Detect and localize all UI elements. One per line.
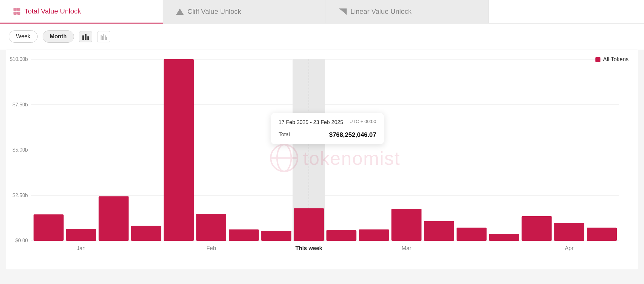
svg-rect-3 — [17, 12, 20, 15]
svg-text:This week: This week — [296, 245, 323, 251]
svg-text:Mar: Mar — [402, 245, 411, 251]
svg-rect-46 — [587, 228, 617, 241]
svg-rect-29 — [99, 196, 129, 241]
svg-text:$0.00: $0.00 — [15, 238, 28, 243]
total-icon — [13, 7, 21, 16]
tab-total[interactable]: Total Value Unlock — [0, 0, 163, 24]
svg-rect-41 — [424, 221, 454, 241]
svg-rect-13 — [106, 37, 107, 40]
svg-rect-39 — [359, 229, 389, 241]
tab-linear[interactable]: Linear Value Unlock — [326, 0, 489, 23]
grouped-chart-icon — [100, 34, 107, 40]
svg-rect-43 — [489, 234, 519, 241]
cliff-icon — [175, 7, 184, 16]
svg-rect-12 — [105, 35, 106, 40]
svg-text:$10.00b: $10.00b — [10, 56, 28, 62]
bar-chart-icon — [82, 34, 89, 40]
svg-rect-31 — [164, 59, 194, 241]
svg-rect-32 — [196, 214, 226, 241]
svg-rect-11 — [103, 34, 104, 40]
svg-rect-28 — [66, 229, 96, 241]
svg-text:$7.50b: $7.50b — [13, 102, 28, 107]
svg-rect-44 — [522, 216, 552, 241]
svg-rect-37 — [294, 208, 324, 241]
month-button[interactable]: Month — [43, 30, 74, 43]
svg-rect-30 — [131, 226, 161, 241]
svg-rect-45 — [554, 223, 584, 241]
tab-cliff-label: Cliff Value Unlock — [187, 8, 241, 16]
linear-icon — [338, 7, 347, 16]
tab-cliff[interactable]: Cliff Value Unlock — [163, 0, 326, 23]
bar-chart-svg: $0.00$2.50b$5.00b$7.50b$10.00bJanFebThis… — [31, 56, 619, 250]
svg-rect-7 — [85, 34, 86, 40]
svg-rect-0 — [13, 8, 17, 11]
svg-text:$5.00b: $5.00b — [13, 147, 28, 153]
tabs-bar: Total Value Unlock Cliff Value Unlock Li… — [0, 0, 644, 24]
legend-label: All Tokens — [603, 56, 629, 63]
week-button[interactable]: Week — [9, 30, 38, 43]
bar-chart-button[interactable] — [79, 31, 92, 42]
chart-legend: All Tokens — [595, 56, 629, 63]
svg-text:Feb: Feb — [207, 245, 216, 251]
tab-linear-label: Linear Value Unlock — [350, 8, 411, 16]
svg-text:Jan: Jan — [76, 245, 86, 251]
svg-rect-42 — [457, 228, 487, 241]
tab-total-label: Total Value Unlock — [24, 7, 81, 15]
svg-rect-40 — [391, 209, 421, 241]
svg-rect-1 — [17, 8, 20, 11]
svg-rect-27 — [34, 214, 64, 241]
svg-marker-4 — [176, 8, 184, 15]
svg-text:$2.50b: $2.50b — [13, 193, 28, 198]
svg-rect-6 — [82, 35, 84, 40]
svg-rect-33 — [229, 229, 259, 241]
chart-container: All Tokens tokenomist $0.00$2.50b$5.00b$… — [6, 50, 638, 269]
svg-rect-2 — [13, 12, 17, 15]
svg-rect-34 — [261, 231, 291, 241]
svg-rect-8 — [87, 36, 89, 40]
svg-marker-5 — [339, 8, 347, 15]
svg-rect-9 — [101, 35, 102, 40]
svg-rect-38 — [327, 230, 357, 241]
svg-text:Apr: Apr — [565, 245, 573, 251]
legend-color-dot — [595, 57, 600, 62]
controls-bar: Week Month — [0, 24, 644, 50]
svg-rect-10 — [102, 36, 103, 40]
grouped-chart-button[interactable] — [97, 31, 110, 42]
